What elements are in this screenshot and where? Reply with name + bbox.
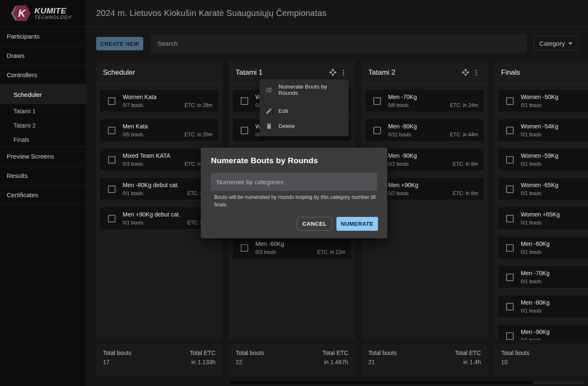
column-more-menu-icon[interactable] [471, 67, 482, 78]
numerate-dialog: Numerate Bouts by Rounds Bouts will be n… [201, 148, 387, 238]
category-title: Women -59Kg [521, 152, 558, 159]
category-bouts-count: 0/1 bouts [521, 132, 541, 138]
category-checkbox[interactable] [108, 127, 116, 134]
sidebar-item-draws[interactable]: Draws [0, 46, 86, 65]
category-card[interactable]: Women -54Kg 0/1 bouts [498, 119, 588, 141]
category-checkbox[interactable] [108, 215, 116, 222]
total-bouts-label: Total bouts [103, 349, 131, 356]
category-card[interactable]: Men -70Kg 0/1 bouts [498, 266, 588, 288]
category-checkbox[interactable] [506, 215, 514, 222]
category-card[interactable]: Men -90Kg 0/1 bouts [498, 324, 588, 340]
menu-item-edit[interactable]: Edit [260, 103, 349, 118]
category-checkbox[interactable] [108, 97, 116, 105]
category-bouts-count: 0/3 bouts [123, 161, 143, 167]
sidebar-item-certificates[interactable]: Certificates [0, 185, 86, 205]
cancel-button[interactable]: CANCEL [297, 217, 332, 231]
category-checkbox[interactable] [506, 185, 514, 193]
column-header: Scheduler [96, 61, 222, 84]
brand-name: KUMITE [34, 7, 72, 15]
category-bouts-count: 0/1 bouts [521, 279, 541, 284]
total-bouts-value: 21 [368, 359, 397, 365]
category-bouts-count: 0/3 bouts [255, 249, 276, 255]
category-title: Men -70Kg [521, 270, 549, 276]
brand-logo-icon: K [11, 5, 30, 22]
category-bouts-count: 0/6 bouts [388, 102, 409, 108]
total-etc-label: Total ETC [455, 349, 481, 356]
sidebar-item-results[interactable]: Results [0, 166, 86, 185]
category-checkbox[interactable] [506, 244, 514, 252]
trash-icon [265, 123, 273, 130]
category-title: Men +90Kg [388, 182, 418, 188]
numerate-by-categories-input[interactable] [211, 173, 377, 191]
category-card[interactable]: Men -80Kg 0/11 bouts ETC: in 44m [365, 119, 484, 141]
category-title: Men +90Kg debut cat. [123, 211, 180, 218]
page-title: 2024 m. Lietuvos Kiokušin Karatė Suaugus… [96, 8, 326, 18]
category-filter-button[interactable]: Category [534, 36, 578, 51]
horizontal-scrollbar [230, 381, 584, 384]
column-finals: Finals Women -50Kg 0/1 bouts Women -54Kg… [494, 61, 588, 340]
category-checkbox[interactable] [506, 332, 514, 340]
column-cards: Women -50Kg 0/1 bouts Women -54Kg 0/1 bo… [494, 84, 588, 340]
sidebar-item-tatami-1[interactable]: Tatami 1 [0, 104, 86, 118]
menu-item-delete[interactable]: Delete [260, 118, 349, 133]
search-input[interactable] [151, 34, 527, 53]
total-bouts-value: 10 [501, 359, 530, 365]
category-title: Men -90Kg [521, 329, 549, 335]
category-bouts-count: 0/7 bouts [123, 102, 143, 108]
category-checkbox[interactable] [241, 127, 248, 134]
column-footer: Total bouts 10 [494, 344, 588, 376]
total-bouts-value: 17 [103, 359, 131, 365]
category-etc: ETC: in 28m [184, 102, 213, 108]
category-checkbox[interactable] [108, 156, 116, 164]
move-column-icon[interactable] [327, 67, 338, 78]
sidebar-item-preview-screens[interactable]: Preview Screens [0, 147, 86, 166]
sidebar: K KUMITE TECHNOLOGY Participants Draws C… [0, 0, 86, 386]
sidebar-item-tatami-2[interactable]: Tatami 2 [0, 118, 86, 133]
category-checkbox[interactable] [506, 274, 514, 281]
column-more-menu-icon[interactable] [338, 67, 349, 78]
sidebar-item-scheduler[interactable]: Scheduler [0, 85, 86, 104]
category-card[interactable]: Men Kata 0/5 bouts ETC: in 20m [100, 119, 219, 141]
category-checkbox[interactable] [241, 244, 248, 252]
chevron-down-icon [568, 42, 572, 45]
create-new-button[interactable]: CREATE NEW [96, 37, 143, 50]
category-card[interactable]: Women +65Kg 0/1 bouts [498, 207, 588, 230]
category-title: Men -70Kg [388, 94, 417, 100]
category-etc: ETC: in 8m [453, 190, 478, 196]
category-bouts-count: 0/1 bouts [521, 102, 541, 108]
category-card[interactable]: Women -50Kg 0/1 bouts [498, 89, 588, 112]
category-checkbox[interactable] [506, 156, 514, 164]
sidebar-nav: Participants Draws Controllers Scheduler… [0, 27, 86, 205]
category-checkbox[interactable] [241, 97, 248, 105]
category-title: Women Kata [123, 94, 157, 100]
sidebar-item-controllers[interactable]: Controllers [0, 65, 86, 85]
category-title: Men -60Kg [255, 240, 284, 247]
dialog-helper-text: Bouts will be numerated by rounds loopin… [214, 194, 379, 209]
column-footer: Total bouts 21 Total ETC in 1.4h [362, 344, 488, 376]
category-card[interactable]: Women -59Kg 0/1 bouts [498, 148, 588, 171]
category-title: Men -80Kg debut cat. [123, 182, 179, 188]
category-checkbox[interactable] [108, 185, 116, 193]
category-card[interactable]: Men -80Kg 0/1 bouts [498, 295, 588, 318]
sidebar-item-participants[interactable]: Participants [0, 27, 86, 46]
category-card[interactable]: Men -60Kg 0/3 bouts ETC: in 12m [232, 236, 352, 259]
category-card[interactable]: Women Kata 0/7 bouts ETC: in 28m [100, 89, 219, 112]
category-checkbox[interactable] [373, 127, 381, 134]
category-title: Men -80Kg [388, 123, 417, 130]
move-column-icon[interactable] [460, 67, 471, 78]
category-checkbox[interactable] [373, 97, 381, 105]
total-etc-value: in 1.467h [323, 359, 348, 365]
category-card[interactable]: Women -65Kg 0/1 bouts [498, 177, 588, 200]
category-checkbox[interactable] [506, 97, 514, 105]
menu-item-numerate-bouts-by-rounds[interactable]: Numerate Bouts by Rounds [260, 82, 349, 97]
category-bouts-count: 0/1 bouts [521, 220, 541, 226]
category-checkbox[interactable] [506, 127, 514, 134]
horizontal-scrollbar-thumb[interactable] [230, 381, 533, 384]
category-bouts-count: 0/1 bouts [521, 161, 541, 167]
category-bouts-count: 0/1 bouts [521, 190, 541, 196]
sidebar-item-finals[interactable]: Finals [0, 133, 86, 147]
category-card[interactable]: Men -60Kg 0/1 bouts [498, 236, 588, 259]
category-card[interactable]: Men -70Kg 0/6 bouts ETC: in 24m [365, 89, 484, 112]
category-checkbox[interactable] [506, 303, 514, 310]
numerate-button[interactable]: NUMERATE [336, 217, 378, 231]
